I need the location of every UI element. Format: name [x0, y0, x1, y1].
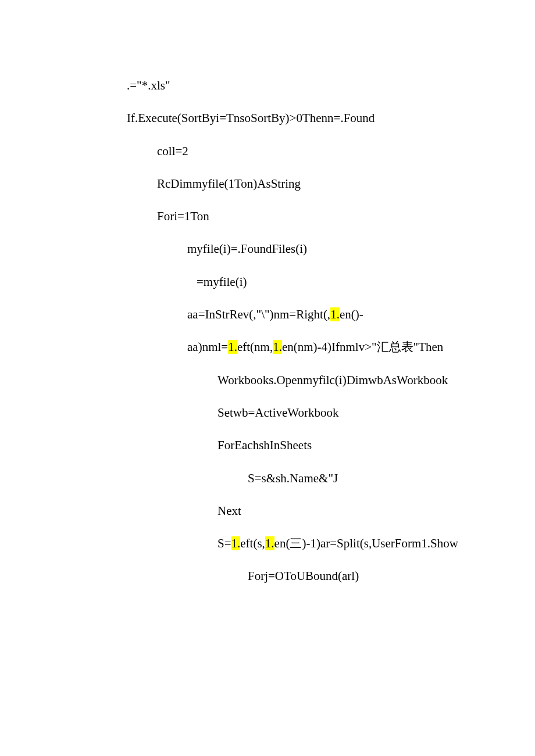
code-line: ForEachshInSheets — [127, 438, 488, 453]
text-segment: en()- — [340, 307, 363, 321]
text-segment: Setwb=ActiveWorkbook — [217, 406, 338, 420]
code-line: aa=InStrRev(,"\")nm=Right(,1.en()- — [127, 307, 488, 323]
code-line: If.Execute(SortByi=TnsoSortBy)>0Thenn=.F… — [127, 110, 488, 126]
code-line: Forj=OToUBound(arl) — [127, 568, 488, 584]
code-line: S=1.eft(s,1.en(三)-1)ar=Split(s,UserForm1… — [127, 536, 488, 551]
code-line: Setwb=ActiveWorkbook — [127, 405, 488, 421]
text-segment: myfile(i)=.FoundFiles(i) — [187, 242, 307, 256]
text-segment: coll=2 — [157, 144, 188, 158]
text-segment: eft(nm, — [237, 340, 273, 354]
text-segment: aa=InStrRev(,"\")nm=Right(, — [187, 307, 330, 321]
text-segment: aa)nml= — [187, 340, 228, 354]
code-line: .="*.xls" — [127, 78, 488, 94]
text-segment: S= — [217, 536, 231, 550]
text-segment: =myfile(i) — [197, 275, 247, 289]
code-line: coll=2 — [127, 144, 488, 159]
document-body: .="*.xls"If.Execute(SortByi=TnsoSortBy)>… — [0, 0, 535, 585]
text-segment: en(三)-1)ar=Split(s,UserForm1.Show — [274, 536, 458, 550]
text-segment: If.Execute(SortByi=TnsoSortBy)>0Thenn=.F… — [127, 111, 374, 125]
text-segment: Forj=OToUBound(arl) — [248, 569, 359, 583]
highlighted-text: 1. — [330, 307, 340, 321]
code-line: aa)nml=1.eft(nm,1.en(nm)-4)Ifnmlv>"汇总表"T… — [127, 339, 488, 355]
highlighted-text: 1. — [265, 536, 274, 550]
text-segment: eft(s, — [240, 536, 265, 550]
text-segment: Next — [217, 504, 241, 518]
highlighted-text: 1. — [228, 340, 237, 354]
code-line: Workbooks.Openmyfilc(i)DimwbAsWorkbook — [127, 372, 488, 388]
text-segment: Workbooks.Openmyfilc(i)DimwbAsWorkbook — [217, 373, 448, 387]
text-segment: .="*.xls" — [127, 78, 170, 92]
text-segment: Fori=1Ton — [157, 209, 209, 223]
code-line: RcDimmyfile(1Ton)AsString — [127, 176, 488, 192]
text-segment: en(nm)-4)Ifnmlv>"汇总表"Then — [282, 340, 443, 354]
text-segment: S=s&sh.Name&"J — [248, 471, 338, 485]
code-line: Fori=1Ton — [127, 209, 488, 224]
code-line: Next — [127, 503, 488, 519]
text-segment: RcDimmyfile(1Ton)AsString — [157, 177, 301, 191]
highlighted-text: 1. — [231, 536, 241, 550]
highlighted-text: 1. — [273, 340, 282, 354]
code-line: S=s&sh.Name&"J — [127, 471, 488, 486]
code-line: =myfile(i) — [127, 274, 488, 290]
text-segment: ForEachshInSheets — [217, 438, 312, 452]
code-line: myfile(i)=.FoundFiles(i) — [127, 241, 488, 257]
